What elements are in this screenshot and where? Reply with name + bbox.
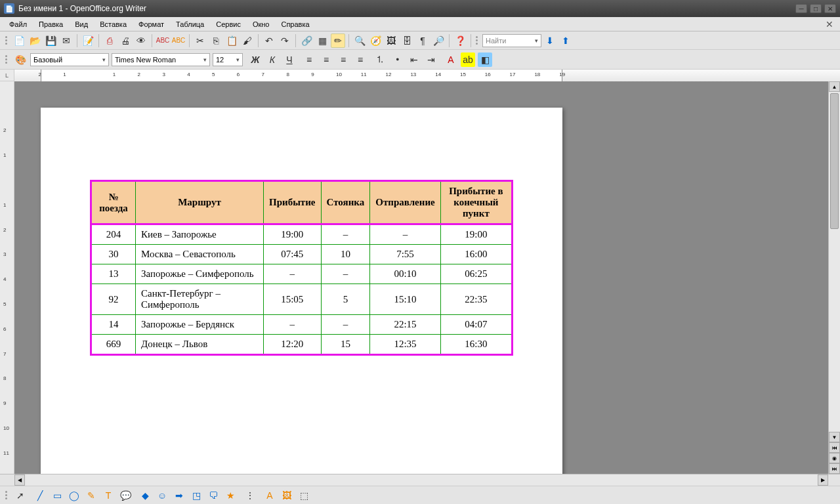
zoom-icon[interactable]: 🔎: [431, 33, 446, 48]
toolbar-handle-4[interactable]: [4, 490, 9, 501]
redo-icon[interactable]: ↷: [278, 33, 292, 48]
prev-page-icon[interactable]: ⏮: [829, 442, 840, 453]
draw-icon[interactable]: ✏: [331, 33, 345, 48]
flowchart-icon[interactable]: ◳: [189, 488, 203, 503]
cell-arrival[interactable]: 19:00: [264, 224, 322, 245]
cell-departure[interactable]: –: [370, 224, 440, 245]
font-name-select[interactable]: Times New Roman: [112, 53, 210, 66]
indent-inc-icon[interactable]: ⇥: [424, 52, 438, 67]
cell-departure[interactable]: 00:10: [370, 264, 440, 284]
cell-stop[interactable]: –: [321, 264, 370, 284]
cell-stop[interactable]: –: [321, 315, 370, 335]
next-page-icon[interactable]: ⏭: [829, 463, 840, 474]
vertical-scrollbar[interactable]: ▲ ▼ ⏮ ◉ ⏭: [828, 81, 840, 474]
format-paint-icon[interactable]: 🖌: [240, 33, 255, 48]
menu-edit[interactable]: Правка: [33, 19, 68, 30]
cell-num[interactable]: 13: [91, 264, 136, 284]
maximize-button[interactable]: □: [810, 4, 822, 13]
document-area[interactable]: № поезда Маршрут Прибытие Стоянка Отправ…: [14, 81, 828, 474]
cell-arrival[interactable]: 12:20: [264, 335, 322, 355]
close-button[interactable]: ✕: [824, 4, 836, 13]
cell-num[interactable]: 92: [91, 284, 136, 315]
find-icon[interactable]: 🔍: [352, 33, 367, 48]
basic-shapes-icon[interactable]: ◆: [138, 488, 152, 503]
horizontal-scrollbar[interactable]: ◀ ▶: [0, 474, 840, 486]
paragraph-style-select[interactable]: Базовый: [30, 53, 109, 66]
cell-final[interactable]: 04:07: [440, 315, 512, 335]
callouts-icon[interactable]: 🗨: [206, 488, 220, 503]
table-row[interactable]: 14Запорожье – Бердянск––22:1504:07: [91, 315, 513, 335]
undo-icon[interactable]: ↶: [262, 33, 276, 48]
table-icon[interactable]: ▦: [315, 33, 329, 48]
nonprint-icon[interactable]: ¶: [415, 33, 430, 48]
cell-route[interactable]: Донецк – Львов: [136, 335, 264, 355]
cell-arrival[interactable]: –: [264, 264, 322, 284]
spellcheck-icon[interactable]: ABC: [156, 33, 170, 48]
cell-departure[interactable]: 7:55: [370, 245, 440, 264]
text-icon[interactable]: T: [101, 488, 116, 503]
cell-final[interactable]: 16:30: [440, 335, 512, 355]
font-color-icon[interactable]: A: [444, 52, 458, 67]
cell-route[interactable]: Запорожье – Симферополь: [136, 264, 264, 284]
cell-final[interactable]: 06:25: [440, 264, 512, 284]
ruler-vertical[interactable]: 211234567891011: [0, 81, 14, 474]
search-input[interactable]: Найти: [482, 34, 541, 47]
print-icon[interactable]: 🖨: [118, 33, 133, 48]
indent-dec-icon[interactable]: ⇤: [407, 52, 421, 67]
save-icon[interactable]: 💾: [43, 33, 58, 48]
gallery-icon[interactable]: 🖼: [384, 33, 398, 48]
toolbar-handle-2[interactable]: [474, 35, 480, 46]
cell-route[interactable]: Киев – Запорожье: [136, 224, 264, 245]
edit-doc-icon[interactable]: 📝: [81, 33, 95, 48]
menu-table[interactable]: Таблица: [171, 19, 209, 30]
scroll-right-icon[interactable]: ▶: [818, 474, 828, 486]
table-row[interactable]: 13Запорожье – Симферополь––00:1006:25: [91, 264, 513, 284]
extrusion-icon[interactable]: ⬚: [297, 488, 311, 503]
scroll-thumb[interactable]: [830, 93, 839, 229]
cell-stop[interactable]: 15: [321, 335, 370, 355]
cell-num[interactable]: 204: [91, 224, 136, 245]
fontwork-icon[interactable]: A: [262, 488, 277, 503]
ellipse-icon[interactable]: ◯: [67, 488, 81, 503]
cell-stop[interactable]: 10: [321, 245, 370, 264]
cell-num[interactable]: 30: [91, 245, 136, 264]
freeform-icon[interactable]: ✎: [84, 488, 98, 503]
cell-departure[interactable]: 22:15: [370, 315, 440, 335]
align-center-icon[interactable]: ≡: [319, 52, 333, 67]
minimize-button[interactable]: ─: [795, 4, 807, 13]
cell-final[interactable]: 19:00: [440, 224, 512, 245]
callout-icon[interactable]: 💬: [118, 488, 133, 503]
paste-icon[interactable]: 📋: [224, 33, 239, 48]
cell-route[interactable]: Запорожье – Бердянск: [136, 315, 264, 335]
numbered-list-icon[interactable]: ⒈: [373, 52, 387, 67]
table-row[interactable]: 204Киев – Запорожье19:00––19:00: [91, 224, 513, 245]
table-row[interactable]: 30Москва – Севастополь07:45107:5516:00: [91, 245, 513, 264]
cell-num[interactable]: 14: [91, 315, 136, 335]
underline-icon[interactable]: Ч: [282, 52, 297, 67]
hyperlink-icon[interactable]: 🔗: [299, 33, 314, 48]
nav-icon[interactable]: ◉: [829, 453, 840, 463]
cell-final[interactable]: 22:35: [440, 284, 512, 315]
styles-icon[interactable]: 🎨: [13, 52, 28, 67]
menu-format[interactable]: Формат: [133, 19, 169, 30]
menu-file[interactable]: Файл: [4, 19, 32, 30]
cell-arrival[interactable]: 07:45: [264, 245, 322, 264]
table-row[interactable]: 92Санкт-Петербург – Симферополь15:05515:…: [91, 284, 513, 315]
cell-arrival[interactable]: 15:05: [264, 284, 322, 315]
table-row[interactable]: 669Донецк – Львов12:201512:3516:30: [91, 335, 513, 355]
datasources-icon[interactable]: 🗄: [400, 33, 414, 48]
block-arrows-icon[interactable]: ➡: [172, 488, 186, 503]
email-icon[interactable]: ✉: [59, 33, 74, 48]
menu-help[interactable]: Справка: [276, 19, 314, 30]
bullet-list-icon[interactable]: ⦁: [390, 52, 404, 67]
cell-stop[interactable]: 5: [321, 284, 370, 315]
line-icon[interactable]: ╱: [33, 488, 47, 503]
menu-view[interactable]: Вид: [70, 19, 93, 30]
bg-color-icon[interactable]: ◧: [478, 52, 492, 67]
new-icon[interactable]: 📄: [12, 33, 26, 48]
scroll-down-icon[interactable]: ▼: [829, 432, 840, 442]
scroll-left-icon[interactable]: ◀: [14, 474, 25, 486]
from-file-icon[interactable]: 🖼: [280, 488, 294, 503]
open-icon[interactable]: 📂: [28, 33, 42, 48]
preview-icon[interactable]: 👁: [134, 33, 148, 48]
